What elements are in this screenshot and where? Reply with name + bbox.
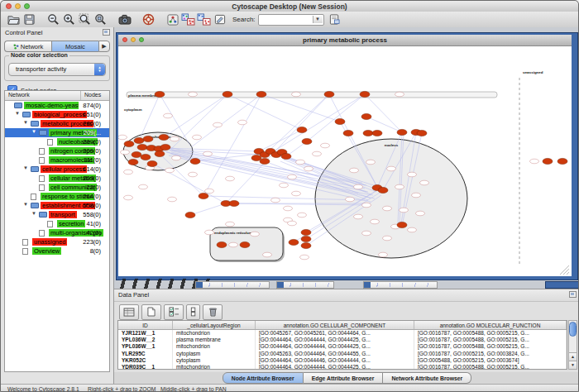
- graph-node[interactable]: [395, 92, 404, 97]
- table-column-header[interactable]: ID: [118, 321, 173, 329]
- graph-node[interactable]: [395, 184, 404, 189]
- network-window-title-bar[interactable]: primary metabolic process: [118, 35, 572, 46]
- float-panel-icon[interactable]: [103, 29, 110, 36]
- tab-edge-attribute-browser[interactable]: Edge Attribute Browser: [304, 372, 384, 384]
- graph-node[interactable]: [226, 222, 235, 227]
- save-session-button[interactable]: [22, 13, 36, 26]
- graph-node-selected[interactable]: [128, 159, 138, 165]
- table-cell[interactable]: [GO:0044464, GO:0044444, GO:0044425, G..…: [256, 337, 414, 343]
- search-dropdown-arrow[interactable]: ▼: [313, 16, 323, 23]
- graph-node-selected[interactable]: [324, 91, 334, 97]
- graph-node-selected[interactable]: [159, 134, 169, 140]
- graph-node[interactable]: [288, 221, 297, 226]
- open-session-button[interactable]: [7, 13, 21, 26]
- table-cell[interactable]: mitochondrion: [173, 330, 256, 337]
- help-lifering-button[interactable]: [141, 13, 156, 26]
- graph-edge[interactable]: [164, 94, 227, 137]
- network-tree-row[interactable]: macromolecule311(0): [5, 155, 109, 165]
- graph-node[interactable]: [300, 255, 309, 260]
- graph-node-selected[interactable]: [343, 130, 353, 136]
- graph-node[interactable]: [124, 195, 133, 200]
- graph-node-selected[interactable]: [557, 158, 567, 164]
- graph-edge[interactable]: [226, 94, 329, 203]
- graph-edge[interactable]: [259, 130, 302, 151]
- graph-edge[interactable]: [190, 203, 226, 215]
- graph-node[interactable]: [193, 135, 202, 140]
- network-tree-row[interactable]: ▼cellular process614(0): [5, 165, 109, 174]
- network-tree-row[interactable]: ▼primary metabol209(...: [5, 128, 109, 137]
- graph-node[interactable]: [139, 184, 148, 189]
- graph-node-selected[interactable]: [361, 113, 371, 119]
- tab-network[interactable]: Network: [4, 41, 51, 52]
- table-cell[interactable]: YKR052C: [118, 357, 173, 364]
- graph-edge[interactable]: [366, 117, 402, 132]
- graph-node-selected[interactable]: [378, 187, 388, 193]
- network-tree-row[interactable]: Overview8(0): [5, 246, 109, 256]
- scrollbar-thumb[interactable]: [569, 322, 577, 337]
- table-cell[interactable]: YLR295C: [118, 351, 173, 357]
- graph-node[interactable]: [304, 166, 313, 171]
- tree-column-network[interactable]: Network: [5, 91, 81, 100]
- graph-node[interactable]: [400, 208, 409, 213]
- table-row[interactable]: YLR295Ccytoplasm[GO:0045263, GO:0044464,…: [118, 351, 567, 357]
- graph-node[interactable]: [238, 120, 247, 125]
- table-cell[interactable]: [GO:0016787, GO:0005488, GO:0005215, G..…: [414, 337, 567, 343]
- graph-node-selected[interactable]: [397, 222, 407, 227]
- graph-node[interactable]: [205, 230, 214, 235]
- network-tree-row[interactable]: nitrogen compo209(0): [5, 146, 109, 155]
- graph-node[interactable]: [168, 197, 177, 202]
- graph-node[interactable]: [121, 150, 130, 155]
- graph-node-selected[interactable]: [301, 242, 311, 248]
- graph-node[interactable]: [313, 151, 322, 156]
- network-tree-row[interactable]: cell communicat22(0): [5, 183, 109, 192]
- tree-expand-arrow[interactable]: ▼: [23, 165, 28, 170]
- table-row[interactable]: YPL036W__1mitochondrion[GO:0044464, GO:0…: [118, 343, 567, 350]
- graph-node[interactable]: [292, 92, 301, 97]
- table-cell[interactable]: [GO:0016787, GO:0005488, GO:0005215, G..…: [414, 330, 567, 337]
- tree-expand-arrow[interactable]: ▼: [31, 211, 36, 216]
- graph-node-selected[interactable]: [134, 137, 144, 143]
- table-row[interactable]: YKR052Ccytoplasm[GO:0044464, GO:0044446,…: [118, 357, 567, 364]
- select-attributes-button[interactable]: [164, 304, 184, 320]
- table-cell[interactable]: [GO:0044464, GO:0044446, GO:0044444, G..…: [256, 357, 414, 364]
- graph-node-selected[interactable]: [229, 200, 239, 206]
- table-row[interactable]: YDR039C__1mitochondrion[GO:0044464, GO:0…: [118, 364, 567, 370]
- graph-node[interactable]: [408, 227, 417, 232]
- search-options-button[interactable]: [328, 13, 342, 26]
- network-tree-row[interactable]: mosaic-demo-yeast874(0): [5, 101, 109, 110]
- graph-node-selected[interactable]: [185, 212, 195, 218]
- graph-node[interactable]: [118, 135, 127, 140]
- graph-node-selected[interactable]: [160, 144, 170, 150]
- graph-node-selected[interactable]: [417, 130, 427, 136]
- graph-edge[interactable]: [365, 94, 402, 132]
- tab-overflow-arrow[interactable]: ▶: [98, 41, 110, 52]
- zoom-in-button[interactable]: [62, 13, 76, 26]
- graph-node[interactable]: [271, 198, 280, 203]
- scroll-down-arrow[interactable]: ▼: [569, 361, 577, 369]
- graph-node-selected[interactable]: [137, 144, 147, 150]
- graph-edge[interactable]: [307, 94, 365, 141]
- graph-node-selected[interactable]: [155, 151, 165, 156]
- graph-node-selected[interactable]: [256, 91, 266, 97]
- graph-edge[interactable]: [151, 163, 226, 203]
- table-cell[interactable]: [GO:0016787, GO:0005215, GO:0003824, G..…: [414, 351, 567, 357]
- graph-node[interactable]: [362, 231, 371, 236]
- network-tree-row[interactable]: nucleobase-c209(0): [5, 137, 109, 146]
- table-cell[interactable]: [GO:0005488, GO:0005215, GO:0003674]: [414, 357, 567, 364]
- resize-grip[interactable]: [567, 272, 569, 275]
- table-cell[interactable]: [GO:0016787, GO:0005488, GO:0005215, G..…: [414, 343, 567, 350]
- tab-network-attribute-browser[interactable]: Network Attribute Browser: [383, 372, 471, 384]
- graph-node[interactable]: [362, 203, 371, 208]
- tree-expand-arrow[interactable]: ▼: [31, 129, 36, 134]
- network-tree-row[interactable]: ▼transport558(0): [5, 210, 109, 219]
- graph-node-selected[interactable]: [289, 239, 299, 245]
- graph-node[interactable]: [350, 168, 359, 173]
- graph-node-selected[interactable]: [302, 138, 312, 144]
- network-tree-row[interactable]: cellular metabol209(0): [5, 174, 109, 183]
- minimized-network-window[interactable]: [363, 281, 438, 289]
- graph-node-selected[interactable]: [143, 136, 153, 141]
- search-input[interactable]: ▼: [258, 14, 324, 26]
- graph-node[interactable]: [379, 252, 388, 257]
- table-cell[interactable]: plasma membrane: [173, 337, 256, 343]
- graph-node-selected[interactable]: [372, 130, 382, 136]
